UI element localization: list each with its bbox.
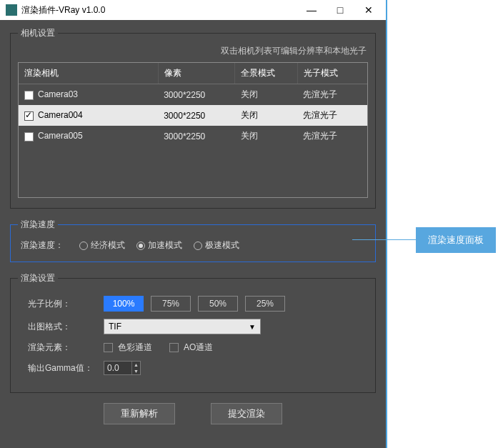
render-speed-panel: 渲染速度 渲染速度： 经济模式 加速模式 极速模式 bbox=[10, 219, 376, 262]
checkbox-icon bbox=[169, 343, 179, 352]
render-settings-panel: 渲染设置 光子比例： 100% 75% 50% 25% 出图格式： TIF ▼ … bbox=[10, 272, 376, 393]
titlebar: 渲染插件-VRay v1.0.0 — □ ✕ bbox=[0, 0, 386, 20]
radio-icon bbox=[136, 242, 145, 250]
ratio-25-button[interactable]: 25% bbox=[245, 296, 285, 312]
gamma-value: 0.0 bbox=[107, 363, 119, 373]
color-channel-label: 色彩通道 bbox=[118, 342, 152, 352]
camera-name: Camera005 bbox=[38, 131, 83, 141]
checkbox-icon[interactable] bbox=[24, 132, 34, 141]
speed-option-turbo[interactable]: 极速模式 bbox=[194, 239, 239, 252]
camera-settings-panel: 相机设置 双击相机列表可编辑分辨率和本地光子 渲染相机 像素 全景模式 光子模式… bbox=[10, 27, 376, 209]
camera-table[interactable]: 渲染相机 像素 全景模式 光子模式 Camera033000*2250关闭先渲光… bbox=[18, 62, 368, 198]
camera-photon: 先渲光子 bbox=[297, 126, 367, 146]
camera-name: Camera03 bbox=[38, 89, 78, 99]
radio-icon bbox=[79, 242, 88, 250]
ao-channel-label: AO通道 bbox=[184, 342, 213, 352]
minimize-button[interactable]: — bbox=[297, 1, 326, 19]
camera-photon: 先渲光子 bbox=[297, 84, 367, 106]
color-channel-checkbox[interactable]: 色彩通道 bbox=[104, 342, 152, 354]
render-speed-label: 渲染速度： bbox=[21, 239, 64, 252]
camera-pano: 关闭 bbox=[235, 84, 298, 106]
submit-button[interactable]: 提交渲染 bbox=[211, 403, 282, 424]
camera-settings-legend: 相机设置 bbox=[18, 27, 58, 39]
checkbox-icon[interactable] bbox=[24, 91, 34, 100]
format-value: TIF bbox=[109, 322, 121, 332]
elements-label: 渲染元素： bbox=[28, 342, 96, 354]
close-button[interactable]: ✕ bbox=[354, 1, 383, 19]
reparse-button[interactable]: 重新解析 bbox=[104, 403, 175, 424]
spin-up-icon[interactable]: ▲ bbox=[131, 362, 140, 368]
table-row[interactable]: Camera0053000*2250关闭先渲光子 bbox=[19, 126, 367, 146]
ratio-100-button[interactable]: 100% bbox=[104, 296, 144, 312]
ao-channel-checkbox[interactable]: AO通道 bbox=[169, 342, 213, 354]
divider bbox=[386, 0, 387, 448]
ratio-75-button[interactable]: 75% bbox=[151, 296, 191, 312]
gamma-input[interactable]: 0.0 ▲ ▼ bbox=[104, 361, 141, 375]
speed-eco-label: 经济模式 bbox=[91, 239, 125, 252]
callout-line bbox=[352, 239, 417, 240]
speed-option-eco[interactable]: 经济模式 bbox=[79, 239, 125, 252]
table-row[interactable]: Camera0043000*2250关闭先渲光子 bbox=[19, 105, 367, 126]
chevron-down-icon: ▼ bbox=[249, 323, 256, 331]
camera-photon: 先渲光子 bbox=[297, 105, 367, 126]
render-speed-legend: 渲染速度 bbox=[18, 219, 58, 231]
speed-option-accel[interactable]: 加速模式 bbox=[136, 239, 182, 252]
camera-pano: 关闭 bbox=[235, 105, 298, 126]
render-settings-legend: 渲染设置 bbox=[18, 272, 58, 284]
col-pano[interactable]: 全景模式 bbox=[235, 63, 298, 84]
format-label: 出图格式： bbox=[28, 321, 96, 333]
table-row[interactable]: Camera033000*2250关闭先渲光子 bbox=[19, 84, 367, 106]
window-title: 渲染插件-VRay v1.0.0 bbox=[21, 4, 105, 16]
camera-name: Camera004 bbox=[38, 110, 83, 120]
speed-turbo-label: 极速模式 bbox=[205, 239, 239, 252]
speed-accel-label: 加速模式 bbox=[148, 239, 182, 252]
col-photon[interactable]: 光子模式 bbox=[297, 63, 367, 84]
maximize-button[interactable]: □ bbox=[326, 1, 354, 19]
camera-pixels: 3000*2250 bbox=[158, 105, 234, 126]
col-name[interactable]: 渲染相机 bbox=[19, 63, 158, 84]
spin-down-icon[interactable]: ▼ bbox=[131, 368, 140, 374]
format-select[interactable]: TIF ▼ bbox=[104, 319, 261, 334]
callout-label: 渲染速度面板 bbox=[416, 227, 496, 253]
photon-ratio-label: 光子比例： bbox=[28, 298, 96, 310]
radio-icon bbox=[194, 242, 202, 250]
gamma-label: 输出Gamma值： bbox=[28, 362, 96, 374]
checkbox-icon bbox=[104, 343, 113, 352]
col-pixels[interactable]: 像素 bbox=[158, 63, 234, 84]
camera-hint: 双击相机列表可编辑分辨率和本地光子 bbox=[221, 45, 367, 57]
camera-pano: 关闭 bbox=[235, 126, 298, 146]
camera-pixels: 3000*2250 bbox=[158, 84, 234, 106]
ratio-50-button[interactable]: 50% bbox=[198, 296, 238, 312]
app-icon bbox=[6, 4, 17, 16]
app-window: 渲染插件-VRay v1.0.0 — □ ✕ 相机设置 双击相机列表可编辑分辨率… bbox=[0, 0, 386, 448]
camera-pixels: 3000*2250 bbox=[158, 126, 234, 146]
checkbox-icon[interactable] bbox=[24, 111, 34, 121]
